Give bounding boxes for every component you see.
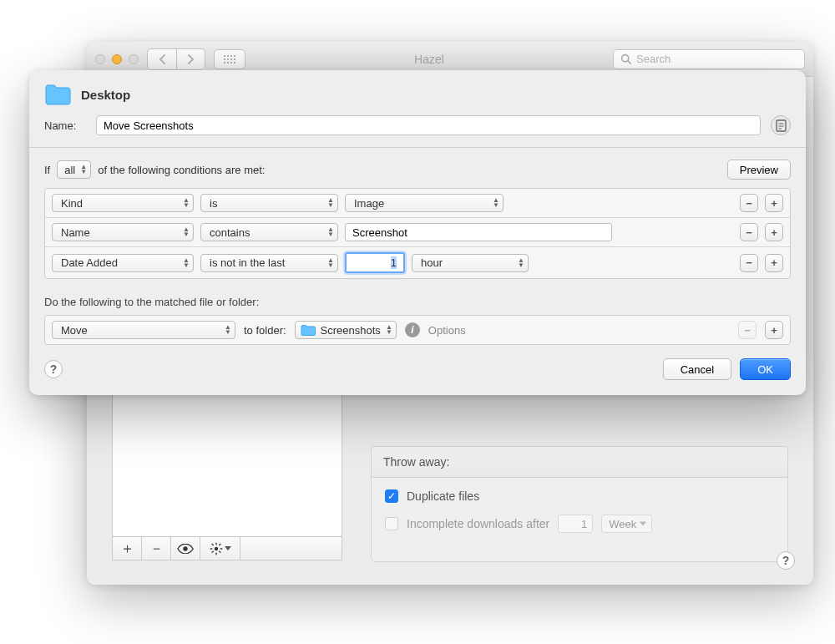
conditions-box: Kind▲▼ is▲▼ Image▲▼ − + Name▲▼ contains▲… [44, 188, 791, 279]
rule-name-input[interactable] [96, 115, 761, 135]
remove-condition-button[interactable]: − [740, 223, 758, 241]
show-all-button[interactable] [214, 49, 245, 69]
add-condition-button[interactable]: + [765, 194, 783, 212]
folders-toolbar: ＋ － [112, 536, 342, 560]
duplicate-files-checkbox[interactable]: ✓ [385, 489, 398, 503]
help-button[interactable]: ? [777, 551, 795, 570]
sheet-folder-title: Desktop [81, 88, 130, 102]
add-action-button[interactable]: + [765, 321, 783, 339]
incomplete-downloads-checkbox[interactable] [385, 517, 398, 530]
document-icon [776, 119, 787, 132]
remove-action-button: − [738, 321, 757, 339]
chevron-down-icon [225, 546, 231, 551]
condition-attribute-popup[interactable]: Name▲▼ [52, 223, 194, 241]
to-folder-label: to folder: [244, 324, 286, 337]
if-suffix: of the following conditions are met: [98, 164, 265, 176]
search-placeholder: Search [636, 53, 671, 65]
svg-rect-11 [211, 550, 214, 553]
condition-scope-popup[interactable]: all▲▼ [57, 160, 91, 179]
svg-point-3 [214, 546, 217, 550]
condition-row: Name▲▼ contains▲▼ − + [45, 217, 790, 246]
action-row: Move▲▼ to folder: Screenshots▲▼ i Option… [44, 315, 791, 345]
condition-operator-popup[interactable]: is not in the last▲▼ [200, 254, 338, 272]
ok-button[interactable]: OK [740, 358, 791, 380]
condition-row: Date Added▲▼ is not in the last▲▼ 1 hour… [45, 246, 790, 278]
condition-row: Kind▲▼ is▲▼ Image▲▼ − + [45, 189, 790, 217]
svg-rect-4 [215, 542, 216, 545]
window-controls [95, 54, 139, 64]
svg-point-2 [183, 546, 187, 550]
minimize-icon[interactable] [112, 54, 122, 64]
svg-rect-7 [220, 548, 222, 549]
condition-value-popup[interactable]: Image▲▼ [345, 194, 504, 212]
notes-button[interactable] [771, 115, 791, 135]
duplicate-files-row: ✓ Duplicate files [385, 489, 774, 503]
search-icon [620, 53, 631, 64]
duplicate-files-label: Duplicate files [407, 489, 479, 503]
if-prefix: If [44, 164, 50, 176]
throw-away-panel: Throw away: ✓ Duplicate files Incomplete… [371, 446, 788, 562]
condition-unit-popup[interactable]: hour▲▼ [412, 254, 529, 272]
cancel-button[interactable]: Cancel [663, 358, 731, 380]
svg-rect-10 [218, 543, 220, 545]
preview-rule-button[interactable]: Preview [727, 160, 791, 180]
action-folder-popup[interactable]: Screenshots▲▼ [295, 321, 397, 339]
folders-list[interactable]: ＋ － [112, 384, 342, 537]
folder-icon [301, 324, 316, 336]
condition-scope-row: If all▲▼ of the following conditions are… [44, 160, 791, 180]
svg-line-1 [628, 61, 630, 63]
remove-condition-button[interactable]: − [740, 254, 758, 272]
preview-button[interactable] [171, 537, 200, 560]
options-button[interactable]: Options [428, 324, 466, 337]
svg-rect-9 [218, 550, 220, 553]
rule-editor-sheet: Desktop Name: If all▲▼ of the following … [29, 70, 806, 395]
svg-rect-6 [210, 548, 212, 549]
folder-actions-menu[interactable] [200, 537, 240, 560]
zoom-icon[interactable] [129, 54, 139, 64]
name-label: Name: [44, 119, 86, 132]
add-condition-button[interactable]: + [765, 223, 783, 241]
actions-label: Do the following to the matched file or … [29, 284, 806, 315]
info-icon[interactable]: i [405, 322, 420, 337]
nav-back-forward [147, 48, 205, 70]
condition-attribute-popup[interactable]: Kind▲▼ [52, 194, 194, 212]
window-title: Hazel [254, 53, 605, 66]
condition-operator-popup[interactable]: is▲▼ [200, 194, 338, 212]
add-folder-button[interactable]: ＋ [113, 537, 142, 560]
condition-number-input[interactable]: 1 [345, 252, 405, 273]
incomplete-unit-popup[interactable]: Week [601, 515, 652, 533]
sheet-help-button[interactable]: ? [44, 360, 63, 378]
throw-away-header: Throw away: [372, 447, 787, 478]
condition-attribute-popup[interactable]: Date Added▲▼ [52, 254, 194, 272]
close-icon[interactable] [95, 54, 105, 64]
folder-icon [44, 84, 71, 105]
incomplete-value-input[interactable]: 1 [558, 515, 593, 533]
condition-operator-popup[interactable]: contains▲▼ [200, 223, 338, 241]
eye-icon [177, 544, 194, 554]
condition-value-input[interactable] [345, 223, 612, 241]
action-verb-popup[interactable]: Move▲▼ [52, 321, 235, 339]
incomplete-downloads-row: Incomplete downloads after 1 Week [385, 515, 774, 533]
search-field[interactable]: Search [613, 49, 805, 69]
back-button[interactable] [148, 49, 176, 69]
remove-condition-button[interactable]: − [740, 194, 758, 212]
gear-icon [210, 542, 223, 555]
svg-rect-8 [211, 543, 214, 545]
svg-rect-5 [215, 552, 216, 555]
remove-folder-button[interactable]: － [142, 537, 171, 560]
incomplete-downloads-label: Incomplete downloads after [407, 517, 549, 530]
forward-button[interactable] [176, 49, 205, 69]
add-condition-button[interactable]: + [765, 254, 783, 272]
